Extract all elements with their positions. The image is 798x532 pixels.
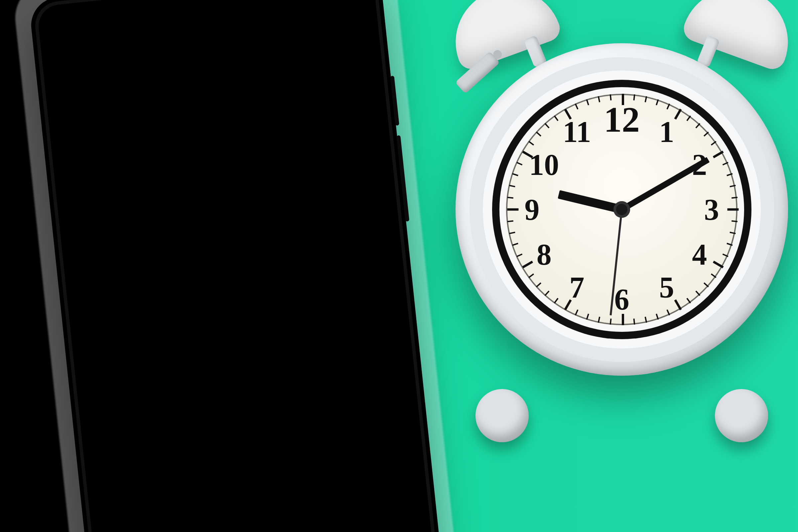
task-row[interactable]: Task None [76, 284, 403, 364]
start-end-row[interactable]: Start 14:00 End - - : - - [52, 54, 380, 141]
clock-numeral: 7 [570, 270, 585, 304]
chip-minus-1h[interactable]: -1h [115, 206, 136, 223]
clock-numeral: 3 [704, 192, 719, 227]
end-label: End [96, 108, 147, 128]
task-label: Task [118, 295, 374, 337]
duration-value[interactable]: 00:00:01 [110, 136, 369, 205]
clock-numeral: 6 [614, 282, 629, 317]
clock-numeral: 12 [604, 99, 640, 140]
chip-plus-15m[interactable]: +15min [217, 193, 265, 212]
svg-rect-0 [78, 107, 90, 117]
chevron-right-icon [368, 256, 380, 268]
task-value: None [119, 312, 376, 352]
clock-numeral: 11 [563, 115, 591, 149]
date-label[interactable]: Tue, May 21 [282, 36, 356, 59]
chip-plus-1h[interactable]: +1h [283, 188, 307, 206]
clock-numeral: 1 [659, 115, 674, 149]
description-input[interactable]: What are you working on? [109, 215, 366, 257]
clock-numeral: 8 [537, 238, 552, 272]
svg-rect-3 [105, 332, 109, 335]
clock-numeral: 9 [525, 192, 540, 227]
svg-point-1 [83, 150, 94, 161]
document-icon [90, 242, 107, 259]
calendar-icon [75, 103, 92, 120]
chevron-right-icon [373, 303, 385, 316]
start-label: Start [93, 87, 145, 107]
clipboard-icon [99, 329, 116, 346]
project-label: Project [113, 248, 369, 289]
clock-numeral: 10 [529, 148, 559, 182]
duration-label: Duration [108, 139, 160, 159]
svg-rect-2 [103, 333, 112, 344]
chevron-right-icon [364, 216, 376, 228]
chip-minus-15m[interactable]: -15min [155, 200, 199, 219]
close-icon[interactable] [68, 65, 83, 81]
phone-timer: Discard Timer Tue, May 21 Start 14:00 En… [28, 0, 454, 532]
screen-title: Timer [92, 42, 274, 82]
description-row[interactable]: What are you working on? [68, 204, 394, 270]
clock-numeral: 4 [692, 238, 707, 272]
discard-button[interactable]: Discard [300, 2, 353, 23]
end-value[interactable]: - - : - - [155, 100, 223, 122]
stopwatch-icon [80, 146, 97, 163]
folder-icon [94, 282, 111, 299]
project-row[interactable]: Project None [71, 236, 399, 317]
clock-numeral: 2 [692, 148, 707, 182]
clock-numeral: 5 [659, 270, 674, 304]
project-value: None [114, 264, 371, 304]
start-value[interactable]: 14:00 [153, 79, 221, 100]
alarm-clock-illustration: 121234567891011 [439, 0, 798, 512]
